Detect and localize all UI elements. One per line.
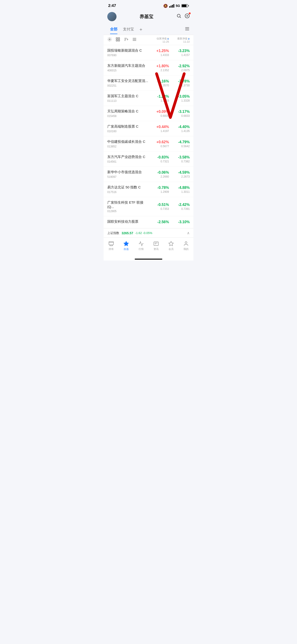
nav-profile[interactable]: 我的: [178, 240, 194, 252]
list-icon[interactable]: [132, 37, 137, 43]
fund-estimated-nav: 1.3570: [148, 84, 169, 87]
fund-latest-nav: 1.4135: [169, 130, 190, 133]
fund-latest-col: -3.10%: [169, 220, 190, 224]
fund-latest-pct: -3.10%: [169, 220, 190, 224]
fund-code: 012805: [107, 210, 148, 213]
fund-name: 广发恒生科技 ETF 联接 (Q...: [107, 200, 148, 209]
sort-arrow-estimated: [167, 38, 169, 40]
svg-point-8: [109, 39, 110, 40]
svg-marker-23: [169, 242, 173, 246]
fund-estimated-nav: 1.2909: [148, 190, 169, 194]
fund-item[interactable]: 新华中小市值优选混合519097-0.06%2.2660-4.59%2.2673: [104, 167, 194, 182]
fund-item[interactable]: 广发恒生科技 ETF 联接 (Q...012805-0.51%0.7353-2.…: [104, 197, 194, 216]
fund-estimated-nav: 0.7321: [148, 160, 169, 163]
fund-code: 007690: [107, 54, 148, 57]
fund-code: 013852: [107, 145, 148, 148]
tab-menu-icon[interactable]: [185, 26, 190, 32]
sort-arrow-latest: [188, 38, 190, 40]
fund-estimated-nav: 2.2660: [148, 175, 169, 178]
fund-item[interactable]: 易方达北证 50 指数 C017516-0.78%1.2909-4.88%1.3…: [104, 182, 194, 197]
fund-latest-col: -3.23%1.4157: [169, 49, 190, 57]
estimated-nav-header[interactable]: 估算净值 11-25: [148, 37, 169, 43]
fund-item[interactable]: 东方汽车产业趋势混合 C014561-0.83%0.7321-3.58%0.73…: [104, 152, 194, 167]
settings-icon[interactable]: [107, 37, 112, 43]
nav-profile-label: 我的: [184, 247, 188, 251]
tab-add-button[interactable]: ＋: [137, 24, 145, 35]
message-badge: [189, 12, 191, 14]
bell-icon: 🔕: [163, 4, 168, 8]
fund-name: 天弘周期策略混合 C: [107, 109, 148, 114]
fund-latest-col: -3.78%1.3730: [169, 79, 190, 87]
search-icon[interactable]: [176, 13, 182, 20]
fund-latest-nav: 0.6833: [169, 114, 190, 118]
svg-rect-19: [109, 242, 114, 245]
fund-latest-pct: -4.59%: [169, 170, 190, 174]
grid-icon[interactable]: [116, 37, 120, 43]
fund-latest-nav: 1.4157: [169, 54, 190, 57]
fund-latest-col: -4.40%1.4135: [169, 125, 190, 133]
column-headers: 估算净值 11-25 最新净值 11-22: [148, 37, 190, 43]
fund-code: 015458: [107, 114, 148, 118]
nav-holdings-label: 持有: [109, 247, 114, 251]
fund-name: 东方新能源汽车主题混合: [107, 64, 148, 68]
fund-item[interactable]: 东方新能源汽车主题混合400015+1.80%2.1352-2.92%2.097…: [104, 60, 194, 76]
nav-holdings[interactable]: 持有: [104, 240, 118, 252]
fund-latest-pct: -3.23%: [169, 49, 190, 53]
fund-item[interactable]: 天弘周期策略混合 C015458+0.09%0.6839-3.17%0.6833: [104, 106, 194, 121]
fund-estimated-pct: -2.56%: [148, 220, 169, 224]
fund-item[interactable]: 富国军工主题混合 C011113-1.24%1.3163-3.05%1.3328: [104, 91, 194, 106]
fund-latest-col: -3.58%0.7382: [169, 155, 190, 163]
fund-estimated-pct: -1.16%: [148, 79, 169, 84]
fund-item[interactable]: 华夏军工安全灵活配置混...002251-1.16%1.3570-3.78%1.…: [104, 76, 194, 91]
index-change: -1.62: [135, 231, 142, 235]
bottom-nav: 持有 自选 行情 资讯 会员: [104, 238, 194, 257]
fund-estimated-col: -1.16%1.3570: [148, 79, 169, 87]
message-icon[interactable]: [185, 13, 190, 20]
fund-latest-col: -3.17%0.6833: [169, 110, 190, 118]
nav-watchlist[interactable]: 自选: [118, 240, 134, 252]
tab-all[interactable]: 全部: [107, 25, 120, 34]
tabs-bar: 全部 支付宝 ＋: [104, 24, 194, 35]
fund-item[interactable]: 国投瑞银新能源混合 C007690+1.25%1.4333-3.23%1.415…: [104, 45, 194, 60]
index-bar[interactable]: 上证指数 3265.57 -1.62 -0.05% ∧: [104, 228, 194, 238]
fund-estimated-col: +0.09%0.6839: [148, 110, 169, 118]
fund-name: 富国军工主题混合 C: [107, 94, 148, 98]
fund-item[interactable]: 广发高端制造股票 C010160+0.44%1.4197-4.40%1.4135: [104, 121, 194, 136]
fund-code: 002251: [107, 84, 148, 87]
fund-name: 广发高端制造股票 C: [107, 124, 148, 129]
expand-icon[interactable]: ∧: [187, 231, 190, 235]
fund-code: 011113: [107, 99, 148, 102]
nav-news[interactable]: 资讯: [148, 240, 164, 252]
nav-market[interactable]: 行情: [134, 240, 148, 252]
fund-latest-nav: 2.0975: [169, 69, 190, 72]
svg-rect-11: [116, 40, 118, 41]
fund-item[interactable]: 中信建投低碳成长混合 C013852+0.62%0.5677-4.79%0.56…: [104, 136, 194, 152]
fund-estimated-col: +0.44%1.4197: [148, 125, 169, 133]
fund-estimated-pct: -0.51%: [148, 203, 169, 207]
sort-icon[interactable]: [124, 37, 128, 43]
header-icons: [176, 13, 190, 20]
fund-latest-col: -4.88%1.3011: [169, 186, 190, 194]
fund-estimated-pct: +1.25%: [148, 49, 169, 53]
avatar[interactable]: [107, 12, 116, 21]
fund-code: 519097: [107, 175, 148, 178]
fund-estimated-nav: 1.4197: [148, 130, 169, 133]
nav-vip[interactable]: 会员: [164, 240, 178, 252]
fund-estimated-pct: +0.09%: [148, 110, 169, 114]
fund-name: 中信建投低碳成长混合 C: [107, 140, 148, 144]
svg-rect-12: [118, 40, 120, 41]
fund-latest-pct: -2.92%: [169, 64, 190, 68]
fund-code: 017516: [107, 190, 148, 194]
fund-item[interactable]: 国联安科技动力股票-2.56%-3.10%: [104, 216, 194, 228]
fund-estimated-pct: -1.24%: [148, 94, 169, 98]
fund-name: 易方达北证 50 指数 C: [107, 185, 148, 190]
fund-latest-pct: -2.42%: [169, 203, 190, 207]
tab-alipay[interactable]: 支付宝: [120, 25, 137, 34]
latest-nav-header[interactable]: 最新净值 11-22: [169, 37, 190, 43]
svg-marker-20: [124, 242, 128, 246]
index-name: 上证指数: [107, 231, 119, 235]
fund-latest-nav: 1.3011: [169, 190, 190, 194]
status-bar: 2:47 🔕 5G: [104, 0, 194, 10]
fund-estimated-nav: 0.7353: [148, 207, 169, 210]
index-value: 3265.57: [122, 231, 133, 235]
